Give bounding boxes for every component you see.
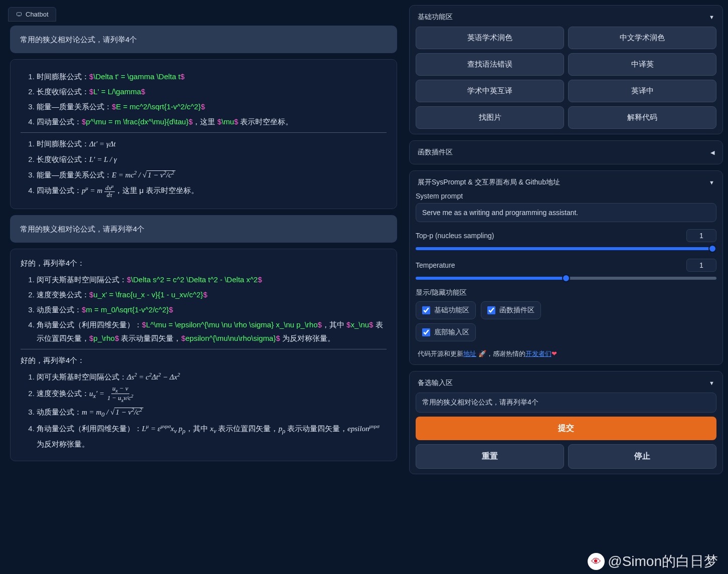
list-item: 闵可夫斯基时空间隔公式：$\Delta s^2 = c^2 \Delta t^2… [37,273,387,286]
assistant-intro: 好的，再列举4个： [21,256,387,270]
user-message: 常用的狭义相对论公式，请列举4个 [10,26,397,53]
user-message: 常用的狭义相对论公式，请再列举4个 [10,215,397,243]
system-prompt-input[interactable]: Serve me as a writing and programming as… [416,203,716,222]
list-item: 闵可夫斯基时空间隔公式：Δs2 = c2Δt2 − Δx2 [37,370,387,384]
chevron-down-icon: ▼ [709,14,714,20]
checkbox-bottom-input[interactable]: 底部输入区 [416,323,476,341]
temperature-slider[interactable] [416,277,716,280]
panel-sysprompt: 展开SysPrompt & 交互界面布局 & Github地址 ▼ System… [409,170,723,365]
alt-input-textarea[interactable]: 常用的狭义相对论公式，请再列举4个 [416,393,716,413]
panel-header[interactable]: 备选输入区 ▼ [416,376,716,393]
list-item: 时间膨胀公式：$\Delta t' = \gamma \Delta t$ [37,70,387,83]
fn-btn-en2cn[interactable]: 英译中 [568,80,716,102]
list-item: 长度收缩公式：$L' = L/\gamma$ [37,85,387,98]
formula-list-rendered: 闵可夫斯基时空间隔公式：Δs2 = c2Δt2 − Δx2 速度变换公式：ux′… [21,370,387,451]
list-item: 能量—质量关系公式：E = mc2 / √1 − v2/c2 [37,168,387,182]
user-message-text: 常用的狭义相对论公式，请列举4个 [20,33,387,46]
heart-icon: ❤ [552,350,557,357]
visibility-label: 显示/隐藏功能区 [416,288,716,297]
list-item: 速度变换公式：$u_x' = \frac{u_x - v}{1 - u_xv/c… [37,288,387,301]
formula-list-raw: 时间膨胀公式：$\Delta t' = \gamma \Delta t$ 长度收… [21,70,387,128]
svg-rect-0 [17,13,22,16]
assistant-message: 时间膨胀公式：$\Delta t' = \gamma \Delta t$ 长度收… [10,59,397,209]
list-item: 动质量公式：$m = m_0/\sqrt{1-v^2/c^2}$ [37,303,387,316]
panel-header[interactable]: 函数插件区 ◀ [416,146,716,159]
checkbox-input[interactable] [422,328,430,336]
tab-bar: Chatbot [5,5,402,26]
github-link[interactable]: 地址 [463,350,476,357]
chevron-left-icon: ◀ [710,149,714,156]
assistant-message: 好的，再列举4个： 闵可夫斯基时空间隔公式：$\Delta s^2 = c^2 … [10,249,397,461]
developers-link[interactable]: 开发者们 [525,350,552,357]
list-item: 四动量公式：pμ = m dxμdτ，这里 μ 表示时空坐标。 [37,183,387,199]
formula-list-raw: 闵可夫斯基时空间隔公式：$\Delta s^2 = c^2 \Delta t^2… [21,273,387,345]
panel-basic-functions: 基础功能区 ▼ 英语学术润色 中文学术润色 查找语法错误 中译英 学术中英互译 … [409,5,723,134]
list-item: 长度收缩公式：L′ = L / γ [37,152,387,166]
panel-title: 展开SysPrompt & 交互界面布局 & Github地址 [418,178,560,187]
formula-list-rendered: 时间膨胀公式：Δt′ = γΔt 长度收缩公式：L′ = L / γ 能量—质量… [21,137,387,199]
temperature-value[interactable]: 1 [686,259,716,272]
list-item: 速度变换公式：ux′ = ux − v1 − uxv/c2 [37,386,387,404]
panel-title: 函数插件区 [418,148,453,157]
rocket-icon: 🚀 [478,350,486,357]
fn-btn-cn-polish[interactable]: 中文学术润色 [568,27,716,49]
checkbox-basic-area[interactable]: 基础功能区 [416,301,476,319]
panel-title: 基础功能区 [418,13,453,22]
tab-chatbot[interactable]: Chatbot [8,7,56,22]
fn-btn-find-image[interactable]: 找图片 [416,106,564,129]
list-item: 动质量公式：m = m0 / √1 − v2/c2 [37,405,387,421]
list-item: 能量—质量关系公式：$E = mc^2/\sqrt{1-v^2/c^2}$ [37,100,387,113]
list-item: 角动量公式（利用四维矢量）：$L^\mu = \epsilon^{\mu \nu… [37,318,387,345]
checkbox-plugin-area[interactable]: 函数插件区 [481,301,541,319]
panel-header[interactable]: 基础功能区 ▼ [416,11,716,27]
panel-header[interactable]: 展开SysPrompt & 交互界面布局 & Github地址 ▼ [416,176,716,192]
topp-slider[interactable] [416,247,716,250]
footer-note: 代码开源和更新地址 🚀，感谢热情的开发者们❤ [416,348,716,359]
checkbox-input[interactable] [487,306,495,314]
chevron-down-icon: ▼ [709,380,714,386]
panel-title: 备选输入区 [418,378,453,388]
chevron-down-icon: ▼ [709,179,714,185]
fn-btn-en-polish[interactable]: 英语学术润色 [416,27,564,49]
fn-btn-grammar[interactable]: 查找语法错误 [416,53,564,76]
user-message-text: 常用的狭义相对论公式，请再列举4个 [20,222,387,236]
separator [21,132,387,133]
chat-icon [16,12,23,18]
chat-area: 常用的狭义相对论公式，请列举4个 时间膨胀公式：$\Delta t' = \ga… [5,26,402,569]
fn-btn-cn2en[interactable]: 中译英 [568,53,716,76]
stop-button[interactable]: 停止 [568,444,716,469]
tab-label: Chatbot [26,11,49,18]
assistant-intro: 好的，再列举4个： [21,353,387,367]
list-item: 四动量公式：$p^\mu = m \frac{dx^\mu}{d\tau}$，这… [37,115,387,128]
checkbox-input[interactable] [422,306,430,314]
panel-alt-input: 备选输入区 ▼ 常用的狭义相对论公式，请再列举4个 提交 重置 停止 [409,371,723,474]
list-item: 角动量公式（利用四维矢量）：Lμ = εμνρσxν pρ，其中 xν 表示位置… [37,422,387,451]
temperature-label: Temperature [416,261,455,269]
submit-button[interactable]: 提交 [416,417,716,440]
topp-label: Top-p (nucleus sampling) [416,232,494,240]
fn-btn-explain-code[interactable]: 解释代码 [568,106,716,129]
topp-value[interactable]: 1 [686,229,716,242]
list-item: 时间膨胀公式：Δt′ = γΔt [37,137,387,151]
panel-function-plugins: 函数插件区 ◀ [409,140,723,164]
fn-btn-academic-trans[interactable]: 学术中英互译 [416,80,564,102]
button-grid: 英语学术润色 中文学术润色 查找语法错误 中译英 学术中英互译 英译中 找图片 … [416,27,716,129]
system-prompt-label: System prompt [416,192,716,200]
separator [21,349,387,349]
reset-button[interactable]: 重置 [416,444,564,469]
